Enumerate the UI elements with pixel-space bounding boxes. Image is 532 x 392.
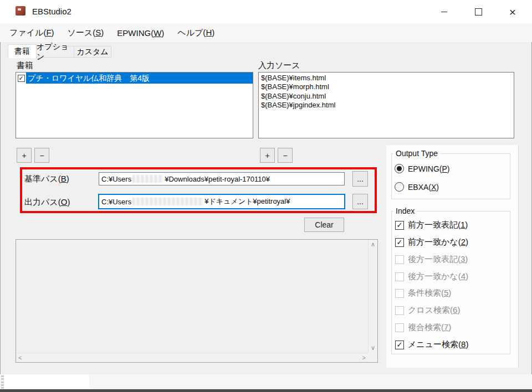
checkbox-checked-icon: ✓ — [395, 238, 404, 247]
tab-books[interactable]: 書籍 — [8, 44, 37, 58]
base-path-label: 基準パス(B) — [24, 174, 69, 184]
output-type-label: Output Type — [393, 149, 440, 158]
book-title: プチ・ロワイヤル仏和辞典 第4版 — [26, 73, 253, 84]
source-remove-button[interactable]: − — [278, 148, 293, 163]
checkbox-prefix-match-kana[interactable]: ✓ 前方一致かな(2) — [395, 237, 468, 247]
checkbox-checked-icon: ✓ — [395, 221, 404, 230]
sources-label: 入力ソース — [258, 60, 300, 71]
close-icon: × — [509, 6, 516, 18]
clear-button[interactable]: Clear — [304, 218, 344, 232]
window-bottom-border — [0, 389, 532, 392]
base-path-input[interactable]: C:¥Users¥Downloads¥petit-royal-170110¥ — [99, 172, 345, 185]
scroll-left-icon[interactable]: < — [16, 353, 24, 363]
menu-epwing[interactable]: EPWING(W) — [110, 24, 171, 42]
tab-custom[interactable]: カスタム — [74, 46, 111, 58]
radio-selected-icon — [395, 164, 404, 173]
maximize-button[interactable] — [466, 0, 491, 23]
checkbox-unchecked-icon — [395, 289, 404, 298]
status-panel — [4, 375, 89, 389]
ebstudio2-window: EBStudio2 × ファイル(F) ソース(S) EPWING(W) ヘルプ… — [0, 0, 532, 392]
menu-bar: ファイル(F) ソース(S) EPWING(W) ヘルプ(H) — [0, 23, 532, 42]
book-checkbox-cell: ✓ — [16, 73, 26, 84]
source-add-button[interactable]: + — [260, 148, 275, 163]
radio-epwing-label: EPWING(P) — [408, 164, 449, 173]
checkbox-cross-search: クロス検索(6) — [395, 305, 460, 316]
radio-ebxa[interactable]: EBXA(X) — [395, 182, 439, 192]
radio-unselected-icon — [395, 182, 404, 192]
window-edge-artifact — [1, 375, 4, 389]
checkbox-compound-search: 複合検索(7) — [395, 322, 451, 333]
app-icon — [16, 6, 25, 16]
book-list-item[interactable]: ✓ プチ・ロワイヤル仏和辞典 第4版 — [16, 73, 253, 84]
radio-ebxa-label: EBXA(X) — [408, 183, 439, 192]
vertical-scrollbar[interactable]: ∧ ∨ — [368, 240, 377, 353]
menu-help[interactable]: ヘルプ(H) — [171, 24, 221, 42]
source-item[interactable]: $(BASE)¥items.html — [259, 74, 514, 82]
checkmark-icon: ✓ — [18, 75, 23, 81]
tab-options[interactable]: オプション — [36, 46, 74, 58]
horizontal-scrollbar[interactable]: < > — [16, 353, 368, 362]
redacted-username — [132, 198, 203, 205]
log-output-area[interactable]: ∧ ∨ < > — [16, 239, 378, 363]
source-item[interactable]: $(BASE)¥morph.html — [259, 82, 514, 91]
output-type-group — [391, 153, 510, 199]
minimize-icon — [441, 12, 447, 12]
checkbox-unchecked-icon — [395, 272, 404, 281]
maximize-icon — [475, 8, 482, 16]
menu-source[interactable]: ソース(S) — [61, 24, 111, 42]
index-group — [391, 211, 510, 354]
base-path-browse-button[interactable]: ... — [352, 171, 368, 187]
book-add-button[interactable]: + — [17, 148, 32, 163]
scroll-up-icon[interactable]: ∧ — [369, 240, 377, 249]
checkbox-checked-icon: ✓ — [395, 341, 404, 349]
output-path-input[interactable]: C:¥Users¥ドキュメント¥petitroyal¥ — [98, 194, 345, 209]
output-path-label: 出力パス(O) — [24, 197, 70, 208]
books-listbox[interactable]: ✓ プチ・ロワイヤル仏和辞典 第4版 — [16, 72, 253, 138]
window-title: EBStudio2 — [32, 7, 71, 16]
title-bar: EBStudio2 × — [0, 0, 532, 23]
checkbox-unchecked-icon — [395, 255, 404, 264]
radio-epwing[interactable]: EPWING(P) — [395, 164, 449, 173]
minimize-button[interactable] — [431, 0, 457, 23]
book-remove-button[interactable]: − — [34, 148, 49, 163]
close-button[interactable]: × — [500, 0, 525, 23]
source-item[interactable]: $(BASE)¥jpgindex.html — [259, 101, 514, 110]
output-path-browse-button[interactable]: ... — [352, 194, 368, 209]
index-label: Index — [393, 207, 417, 215]
checkbox-unchecked-icon — [395, 306, 404, 315]
sources-listbox[interactable]: $(BASE)¥items.html $(BASE)¥morph.html $(… — [258, 72, 514, 138]
books-label: 書籍 — [17, 60, 33, 71]
checkbox-unchecked-icon — [395, 323, 404, 332]
checkbox-suffix-match-kana: 後方一致かな(4) — [395, 271, 468, 282]
checkbox-prefix-match-kanji[interactable]: ✓ 前方一致表記(1) — [395, 220, 468, 230]
book-checkbox[interactable]: ✓ — [18, 75, 25, 82]
checkbox-menu-search[interactable]: ✓ メニュー検索(8) — [395, 339, 468, 350]
checkbox-suffix-match-kanji: 後方一致表記(3) — [395, 254, 468, 265]
scroll-right-icon[interactable]: > — [360, 353, 368, 363]
source-item[interactable]: $(BASE)¥conju.html — [259, 92, 514, 101]
scroll-down-icon[interactable]: ∨ — [369, 343, 377, 353]
redacted-username — [132, 175, 163, 183]
checkbox-condition-search: 条件検索(5) — [395, 288, 451, 298]
menu-file[interactable]: ファイル(F) — [3, 24, 61, 42]
